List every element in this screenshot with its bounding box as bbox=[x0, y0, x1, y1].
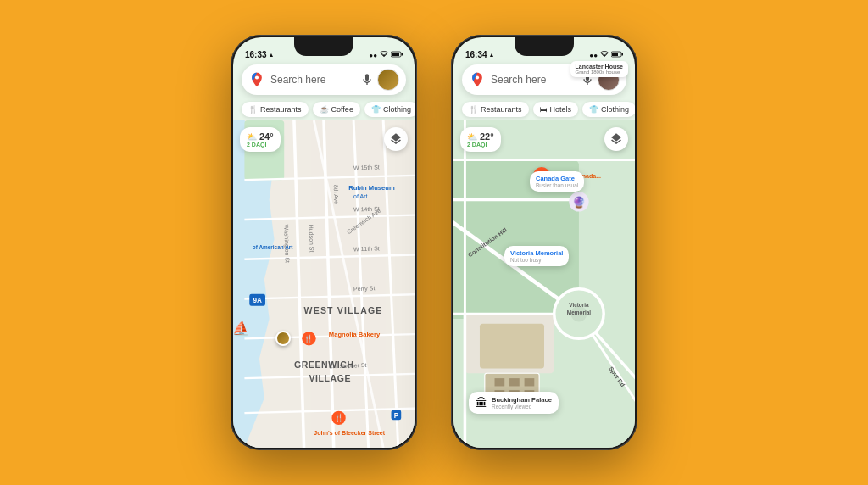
location-arrow-icon: ▲ bbox=[269, 52, 275, 58]
svg-text:of American Art: of American Art bbox=[253, 244, 294, 250]
svg-text:⛵: ⛵ bbox=[233, 320, 250, 337]
pill-clothing-london[interactable]: 👕 Clothing bbox=[582, 102, 635, 117]
svg-point-3 bbox=[255, 75, 259, 79]
status-icons-ny: ●● bbox=[369, 51, 403, 59]
weather-widget-ny: ⛅ 24° 2 DAQI bbox=[240, 127, 281, 152]
svg-text:Victoria: Victoria bbox=[569, 302, 589, 308]
restaurants-icon: 🍴 bbox=[248, 105, 258, 114]
phone-notch bbox=[294, 37, 353, 56]
google-maps-logo-ny bbox=[248, 71, 265, 88]
coffee-icon: ☕ bbox=[320, 105, 329, 114]
location-arrow-icon-london: ▲ bbox=[489, 52, 495, 58]
status-icons-london: ●● bbox=[589, 51, 623, 59]
weather-widget-london: ⛅ 22° 2 DAQI bbox=[460, 127, 501, 152]
svg-text:W 15th St: W 15th St bbox=[353, 164, 380, 170]
svg-text:VILLAGE: VILLAGE bbox=[309, 373, 351, 383]
victoria-memorial-card: Victoria Memorial Not too busy bbox=[504, 246, 569, 266]
svg-text:Rubin Museum: Rubin Museum bbox=[348, 184, 395, 192]
hotels-icon: 🛏 bbox=[540, 105, 548, 114]
clothing-icon-london: 👕 bbox=[589, 105, 598, 114]
phone-new-york: 16:33 ▲ ●● Search here bbox=[231, 35, 417, 450]
svg-rect-46 bbox=[622, 53, 624, 56]
svg-text:of Art: of Art bbox=[353, 193, 367, 199]
svg-text:🍴: 🍴 bbox=[334, 413, 344, 423]
svg-rect-1 bbox=[402, 53, 403, 56]
search-placeholder-london: Search here bbox=[491, 74, 581, 86]
svg-rect-72 bbox=[525, 378, 535, 386]
phone-notch-london bbox=[515, 37, 574, 56]
wifi-icon-london bbox=[600, 51, 609, 59]
svg-text:🍴: 🍴 bbox=[303, 334, 314, 344]
svg-point-48 bbox=[476, 75, 479, 79]
pill-coffee-ny[interactable]: ☕ Coffee bbox=[313, 102, 360, 117]
aqi-ny: 2 DAQI bbox=[247, 142, 274, 148]
restaurants-icon-london: 🍴 bbox=[469, 105, 478, 114]
svg-text:Hudson St: Hudson St bbox=[308, 225, 314, 253]
battery-icon-london bbox=[611, 51, 623, 59]
buckingham-palace-card: 🏛 Buckingham Palace Recently viewed bbox=[469, 392, 559, 414]
user-location-ny bbox=[275, 331, 291, 346]
svg-text:WEST VILLAGE: WEST VILLAGE bbox=[304, 305, 383, 315]
wifi-icon bbox=[380, 51, 388, 59]
signal-icon-london: ●● bbox=[589, 52, 598, 59]
battery-icon bbox=[391, 51, 403, 59]
svg-rect-52 bbox=[480, 324, 544, 369]
map-new-york: W 15th St W 14th St W 11th St Perry St C… bbox=[233, 120, 415, 448]
layers-button-london[interactable] bbox=[604, 127, 628, 151]
signal-icon: ●● bbox=[369, 52, 377, 59]
svg-text:P: P bbox=[394, 412, 399, 420]
svg-rect-71 bbox=[509, 378, 520, 386]
svg-text:Memorial: Memorial bbox=[567, 309, 591, 315]
pill-restaurants-london[interactable]: 🍴 Restaurants bbox=[462, 102, 529, 117]
mic-icon-ny[interactable] bbox=[360, 73, 374, 86]
layers-button-ny[interactable] bbox=[384, 127, 408, 151]
pill-hotels-london[interactable]: 🛏 Hotels bbox=[533, 102, 579, 117]
svg-text:W 11th St: W 11th St bbox=[353, 245, 380, 252]
weather-icon-london: ⛅ bbox=[467, 132, 477, 142]
svg-text:GREENWICH: GREENWICH bbox=[294, 360, 354, 370]
map-london: Constitution Hill Spur Rd 🔮 Victoria Mem… bbox=[453, 120, 635, 448]
clothing-icon: 👕 bbox=[371, 105, 381, 114]
google-maps-logo-london bbox=[469, 71, 486, 88]
category-pills-london: 🍴 Restaurants 🛏 Hotels 👕 Clothing 🛍 S bbox=[453, 98, 635, 120]
palace-icon: 🏛 bbox=[476, 396, 487, 410]
pill-restaurants-ny[interactable]: 🍴 Restaurants bbox=[242, 102, 309, 117]
layers-icon bbox=[389, 132, 403, 146]
weather-icon-ny: ⛅ bbox=[247, 132, 257, 142]
search-placeholder-ny: Search here bbox=[270, 74, 360, 86]
aqi-london: 2 DAQI bbox=[467, 142, 494, 148]
pill-clothing-ny[interactable]: 👕 Clothing bbox=[364, 102, 415, 117]
svg-rect-47 bbox=[612, 53, 618, 56]
svg-rect-70 bbox=[495, 378, 505, 386]
user-avatar-ny[interactable] bbox=[377, 69, 399, 91]
search-bar-ny[interactable]: Search here bbox=[242, 64, 406, 95]
category-pills-ny: 🍴 Restaurants ☕ Coffee 👕 Clothing 🛍 S bbox=[233, 98, 415, 120]
layers-icon-london bbox=[609, 132, 623, 146]
phone-london: 16:34 ▲ ●● Lancaster House Grand 1800s h… bbox=[451, 35, 637, 450]
svg-rect-2 bbox=[392, 53, 399, 56]
svg-text:8th Ave: 8th Ave bbox=[333, 185, 340, 205]
status-time-ny: 16:33 ▲ bbox=[245, 50, 275, 59]
svg-text:9A: 9A bbox=[253, 297, 262, 304]
canada-gate-card: Canada Gate Busier than usual bbox=[530, 171, 584, 192]
svg-text:🔮: 🔮 bbox=[572, 196, 587, 209]
status-time-london: 16:34 ▲ bbox=[465, 50, 495, 59]
svg-text:Magnolia Bakery: Magnolia Bakery bbox=[329, 331, 381, 338]
svg-text:John's of Bleecker Street: John's of Bleecker Street bbox=[314, 430, 385, 436]
lancaster-tooltip: Lancaster House Grand 1800s house bbox=[570, 61, 628, 77]
